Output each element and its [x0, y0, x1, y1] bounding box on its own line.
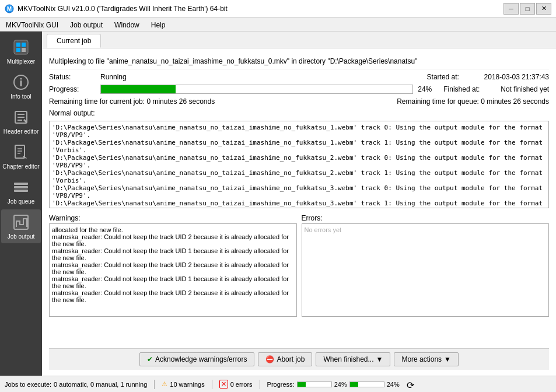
- chapter-editor-icon: [12, 143, 30, 162]
- menu-mkvtoolnix[interactable]: MKVToolNix GUI: [0, 19, 64, 30]
- svg-rect-9: [20, 80, 22, 86]
- more-actions-dropdown-icon: ▼: [444, 355, 451, 363]
- progress-bar-label: Progress:: [267, 381, 295, 388]
- started-label: Started at:: [427, 73, 480, 81]
- window-title: MKVToolNix GUI v21.0.0 ('Tardigrades Wil…: [18, 5, 503, 13]
- svg-rect-3: [16, 43, 20, 47]
- dropdown-icon: ▼: [376, 355, 383, 363]
- progress-percent-right: 24%: [387, 381, 400, 388]
- progress-bar-small-2: [349, 382, 384, 387]
- warnings-count: 10 warnings: [170, 381, 204, 388]
- job-content: Multiplexing to file "anime_nanatsu_no_t…: [42, 48, 556, 376]
- job-queue-label: Job queue: [8, 198, 35, 205]
- tab-current-job[interactable]: Current job: [47, 34, 101, 48]
- app-icon: M: [5, 4, 14, 13]
- normal-output-box[interactable]: 'D:\Package\Series\nanatsu\anime_nanatsu…: [49, 121, 549, 208]
- output-line: 'D:\Package\Series\nanatsu\anime_nanatsu…: [52, 154, 546, 169]
- remaining-queue: Remaining time for queue: 0 minutes 26 s…: [397, 97, 549, 106]
- warning-line: matroska_reader: Could not keep the trac…: [52, 275, 294, 289]
- progress-bar-wrapper: [100, 85, 413, 94]
- stop-icon: ⛔: [265, 355, 274, 363]
- sidebar-item-header-editor[interactable]: Header editor: [1, 104, 41, 138]
- progress-bar-small-fill-2: [350, 382, 358, 387]
- abort-button[interactable]: ⛔ Abort job: [258, 352, 312, 366]
- svg-rect-5: [16, 48, 20, 52]
- remaining-current-label: Remaining time for current job:: [49, 97, 145, 106]
- svg-rect-15: [15, 145, 25, 158]
- menu-help[interactable]: Help: [145, 19, 172, 30]
- output-line: 'D:\Package\Series\nanatsu\anime_nanatsu…: [52, 200, 546, 208]
- close-button[interactable]: ✕: [536, 3, 551, 15]
- divider-3: [260, 380, 260, 389]
- warning-line: matroska_reader: Could not keep the trac…: [52, 233, 294, 247]
- job-output-label: Job output: [8, 233, 35, 240]
- errors-box[interactable]: No errors yet: [302, 223, 550, 317]
- svg-rect-6: [22, 48, 26, 52]
- status-bar: Jobs to execute: 0 automatic, 0 manual, …: [0, 376, 556, 392]
- sidebar-item-job-queue[interactable]: Job queue: [1, 174, 41, 208]
- status-row: Status: Running Started at: 2018-03-03 2…: [49, 73, 549, 81]
- sidebar-item-info-tool[interactable]: Info tool: [1, 69, 41, 103]
- remaining-queue-value: 0 minutes 26 seconds: [481, 97, 549, 106]
- divider-2: [212, 380, 212, 389]
- progress-percent: 24%: [418, 85, 432, 93]
- svg-rect-21: [14, 186, 28, 188]
- errors-text: No errors yet: [305, 226, 342, 233]
- bottom-panels: Warnings: allocated for the new file.mat…: [49, 214, 549, 345]
- remaining-current: Remaining time for current job: 0 minute…: [49, 97, 385, 106]
- sidebar: Multiplexer Info tool: [0, 32, 42, 376]
- content-area: Current job Multiplexing to file "anime_…: [42, 32, 556, 376]
- spinner-icon: ⟳: [407, 380, 416, 389]
- finished-label: Finished at:: [443, 85, 496, 93]
- errors-label: Errors:: [302, 214, 550, 222]
- acknowledge-button[interactable]: ✔ Acknowledge warnings/errors: [139, 352, 254, 366]
- svg-rect-4: [22, 43, 26, 47]
- sidebar-item-chapter-editor[interactable]: Chapter editor: [1, 139, 41, 173]
- chapter-editor-label: Chapter editor: [2, 163, 39, 170]
- multiplexer-icon: [12, 38, 30, 57]
- sidebar-item-multiplexer[interactable]: Multiplexer: [1, 34, 41, 68]
- job-queue-icon: [12, 178, 30, 197]
- warnings-box[interactable]: allocated for the new file.matroska_read…: [49, 223, 297, 317]
- sidebar-item-job-output[interactable]: Job output: [1, 209, 41, 243]
- status-label: Status:: [49, 73, 96, 81]
- remaining-time-row: Remaining time for current job: 0 minute…: [49, 97, 549, 106]
- header-editor-label: Header editor: [4, 128, 39, 135]
- output-line: 'D:\Package\Series\nanatsu\anime_nanatsu…: [52, 139, 546, 154]
- output-lines: 'D:\Package\Series\nanatsu\anime_nanatsu…: [52, 124, 546, 208]
- svg-rect-22: [14, 190, 28, 192]
- normal-output-label: Normal output:: [49, 109, 549, 117]
- status-left: Status: Running: [49, 73, 415, 81]
- remaining-current-value: 0 minutes 26 seconds: [146, 97, 215, 106]
- menu-job-output[interactable]: Job output: [64, 19, 109, 30]
- menu-window[interactable]: Window: [109, 19, 145, 30]
- progress-label: Progress:: [49, 85, 96, 93]
- maximize-button[interactable]: □: [520, 3, 535, 15]
- warning-line: matroska_reader: Could not keep the trac…: [52, 261, 294, 275]
- finished-value: Not finished yet: [501, 85, 549, 93]
- jobs-label: Jobs to execute:: [5, 381, 51, 388]
- multiplexer-label: Multiplexer: [7, 58, 35, 65]
- warnings-segment: ⚠ 10 warnings: [162, 380, 204, 388]
- progress-bar-small-fill: [298, 382, 306, 387]
- warning-line: allocated for the new file.: [52, 226, 294, 233]
- jobs-value: 0 automatic, 0 manual, 1 running: [54, 381, 147, 388]
- divider-1: [154, 380, 155, 389]
- more-actions-button[interactable]: More actions ▼: [394, 352, 459, 366]
- minimize-button[interactable]: ─: [503, 3, 519, 15]
- svg-rect-2: [14, 40, 28, 54]
- warning-icon: ⚠: [162, 380, 167, 388]
- output-line: 'D:\Package\Series\nanatsu\anime_nanatsu…: [52, 169, 546, 184]
- errors-panel: Errors: No errors yet: [302, 214, 550, 345]
- tab-bar: Current job: [42, 32, 556, 48]
- when-finished-button[interactable]: When finished... ▼: [316, 352, 390, 366]
- progress-row: Progress: 24% Finished at: Not finished …: [49, 85, 549, 94]
- title-bar: M MKVToolNix GUI v21.0.0 ('Tardigrades W…: [0, 0, 556, 18]
- progress-right: Finished at: Not finished yet: [443, 85, 549, 93]
- warnings-label: Warnings:: [49, 214, 297, 222]
- progress-percent-left: 24%: [334, 381, 347, 388]
- window-controls: ─ □ ✕: [503, 3, 551, 15]
- remaining-queue-label: Remaining time for queue:: [397, 97, 479, 106]
- header-editor-icon: [12, 108, 30, 127]
- status-right: Started at: 2018-03-03 21:37:43: [427, 73, 549, 81]
